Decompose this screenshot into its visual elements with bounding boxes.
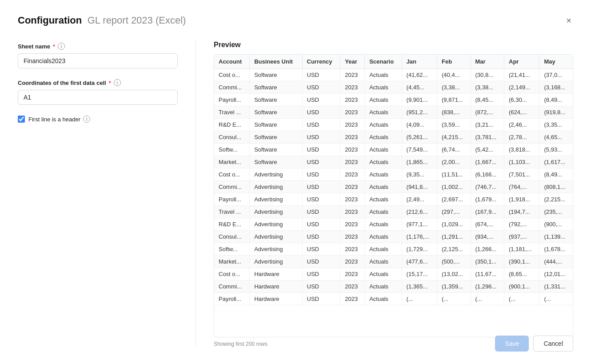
table-cell: Actuals [365, 268, 402, 280]
table-header-cell: Currency [302, 55, 340, 69]
required-star: * [53, 43, 55, 50]
table-header-cell: Jan [402, 55, 437, 69]
table-header-cell: May [539, 55, 573, 69]
table-cell: Actuals [365, 293, 402, 305]
table-cell: Software [250, 106, 302, 119]
table-cell: USD [302, 131, 340, 144]
close-button[interactable]: × [564, 14, 573, 27]
table-cell: (919,8... [539, 106, 573, 119]
table-cell: Advertising [250, 168, 302, 181]
table-cell: (900,... [539, 218, 573, 231]
table-cell: Advertising [250, 231, 302, 243]
table-cell: 2023 [340, 206, 365, 218]
coords-info-icon[interactable]: i [114, 79, 121, 86]
table-cell: USD [302, 243, 340, 256]
table-cell: Travel ... [214, 206, 250, 218]
table-cell: (477,6... [402, 256, 437, 268]
table-cell: (3,21... [471, 119, 504, 131]
table-cell: (3,38... [471, 81, 504, 94]
table-cell: (212,6... [402, 206, 437, 218]
table-row: R&D E...AdvertisingUSD2023Actuals(977,1.… [214, 218, 573, 231]
table-cell: (... [471, 293, 504, 305]
table-cell: (1,918... [504, 193, 539, 206]
table-row: Cost o...SoftwareUSD2023Actuals(41,62...… [214, 69, 573, 81]
table-cell: (9,901... [402, 94, 437, 106]
table-cell: Advertising [250, 181, 302, 193]
table-cell: Software [250, 94, 302, 106]
table-row: Commi...AdvertisingUSD2023Actuals(941,8.… [214, 181, 573, 193]
table-cell: (1,266... [471, 243, 504, 256]
table-cell: (1,181,... [504, 243, 539, 256]
table-cell: (500,... [437, 256, 471, 268]
table-row: Payroll...SoftwareUSD2023Actuals(9,901..… [214, 94, 573, 106]
table-cell: Actuals [365, 131, 402, 144]
modal-header: Configuration GL report 2023 (Excel) × [18, 14, 573, 27]
modal-title: Configuration [18, 15, 82, 26]
first-line-header-label[interactable]: First line is a header i [28, 116, 90, 123]
table-cell: 2023 [340, 181, 365, 193]
table-cell: (13,02... [437, 268, 471, 280]
table-cell: (5,42... [471, 144, 504, 156]
table-body: Cost o...SoftwareUSD2023Actuals(41,62...… [214, 69, 573, 305]
table-cell: Actuals [365, 144, 402, 156]
table-header-cell: Feb [437, 55, 471, 69]
table-cell: (11,67... [471, 268, 504, 280]
table-cell: (8,49... [539, 168, 573, 181]
table-cell: 2023 [340, 69, 365, 81]
table-cell: 2023 [340, 193, 365, 206]
table-cell: Actuals [365, 206, 402, 218]
coords-input[interactable] [18, 90, 178, 105]
modal-body: Sheet name * i Coordinates of the first … [18, 41, 573, 347]
save-button[interactable]: Save [495, 336, 529, 352]
table-row: Softw...SoftwareUSD2023Actuals(7,549...(… [214, 144, 573, 156]
table-cell: (40,4... [437, 69, 471, 81]
modal-title-group: Configuration GL report 2023 (Excel) [18, 15, 186, 26]
table-cell: USD [302, 181, 340, 193]
table-cell: 2023 [340, 280, 365, 293]
first-line-header-checkbox[interactable] [18, 116, 25, 123]
table-cell: (7,501... [504, 168, 539, 181]
sheet-name-info-icon[interactable]: i [58, 43, 65, 50]
sheet-name-input[interactable] [18, 53, 178, 68]
table-cell: (2,125... [437, 243, 471, 256]
table-cell: (4,09... [402, 119, 437, 131]
preview-table-wrapper[interactable]: AccountBusinees UnitCurrencyYearScenario… [214, 54, 573, 337]
table-cell: USD [302, 256, 340, 268]
table-cell: Travel ... [214, 106, 250, 119]
table-cell: Software [250, 81, 302, 94]
table-cell: (674,... [471, 218, 504, 231]
table-cell: Software [250, 144, 302, 156]
table-cell: (3,35... [539, 119, 573, 131]
table-cell: Actuals [365, 231, 402, 243]
table-cell: Hardware [250, 280, 302, 293]
modal: Configuration GL report 2023 (Excel) × S… [0, 0, 591, 364]
table-cell: 2023 [340, 144, 365, 156]
table-cell: (4,215... [437, 131, 471, 144]
left-panel: Sheet name * i Coordinates of the first … [18, 41, 178, 347]
table-cell: (3,59... [437, 119, 471, 131]
table-cell: Softw... [214, 144, 250, 156]
table-row: Consul...AdvertisingUSD2023Actuals(1,176… [214, 231, 573, 243]
table-cell: (8,49... [539, 94, 573, 106]
table-row: Commi...SoftwareUSD2023Actuals(4,45...(3… [214, 81, 573, 94]
table-cell: (2,149... [504, 81, 539, 94]
table-cell: 2023 [340, 243, 365, 256]
table-cell: (2,00... [437, 156, 471, 168]
table-cell: (1,365... [402, 280, 437, 293]
table-cell: 2023 [340, 131, 365, 144]
table-cell: USD [302, 94, 340, 106]
table-cell: (37,0... [539, 69, 573, 81]
table-cell: 2023 [340, 156, 365, 168]
table-cell: Consul... [214, 131, 250, 144]
table-cell: (2,215... [539, 193, 573, 206]
cancel-button[interactable]: Cancel [533, 336, 573, 352]
first-line-header-row: First line is a header i [18, 116, 178, 123]
table-cell: (872,... [471, 106, 504, 119]
table-cell: (624,... [504, 106, 539, 119]
table-cell: (8,65... [504, 268, 539, 280]
table-row: Consul...SoftwareUSD2023Actuals(5,261...… [214, 131, 573, 144]
table-cell: (... [402, 293, 437, 305]
first-line-info-icon[interactable]: i [83, 116, 90, 123]
table-cell: Hardware [250, 268, 302, 280]
table-cell: (2,78... [504, 131, 539, 144]
